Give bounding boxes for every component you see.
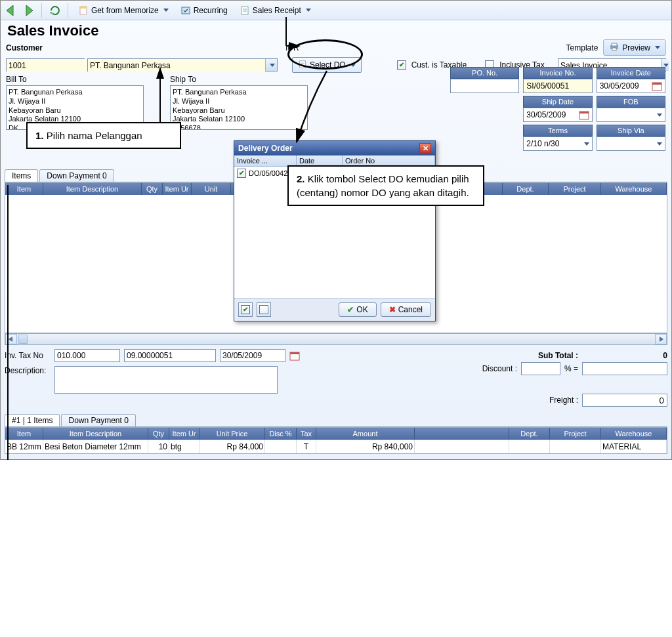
col-dept[interactable]: Dept.: [503, 183, 549, 195]
col-dept[interactable]: Dept.: [509, 428, 550, 440]
dropdown-knob[interactable]: [265, 59, 277, 71]
col-unit[interactable]: Item Ur: [163, 183, 192, 195]
dlg-col-order[interactable]: Order No: [343, 155, 435, 166]
col-desc[interactable]: Item Description: [43, 428, 148, 440]
discount-pct-input[interactable]: [521, 362, 560, 375]
po-no-input[interactable]: [450, 79, 519, 93]
dlg-col-date[interactable]: Date: [297, 155, 343, 166]
invoice-date-input[interactable]: 30/05/2009: [597, 79, 665, 93]
col-5[interactable]: Unit: [192, 183, 231, 195]
fob-input[interactable]: [597, 108, 665, 122]
col-warehouse[interactable]: Warehouse: [601, 428, 667, 440]
cell-blank: [415, 440, 509, 453]
deselect-all-button[interactable]: [257, 302, 271, 317]
col-item[interactable]: Item: [5, 183, 43, 195]
chevron-down-icon: [663, 64, 669, 67]
nav-forward-button[interactable]: [22, 3, 36, 18]
select-do-label: Select DO: [310, 60, 346, 70]
col-tax[interactable]: Tax: [297, 428, 316, 440]
cell-unit: btg: [169, 440, 200, 453]
preview-button[interactable]: Preview: [603, 39, 666, 56]
sales-receipt-button[interactable]: Sales Receipt: [236, 3, 315, 18]
col-disc[interactable]: Disc %: [265, 428, 297, 440]
col-qty[interactable]: Qty: [142, 183, 163, 195]
col-item[interactable]: Item: [5, 428, 43, 440]
sales-receipt-icon: [240, 5, 250, 16]
col-project[interactable]: Project: [549, 183, 601, 195]
ship-to-label: Ship To: [170, 75, 308, 84]
invoice-meta-grid: PO. No. Invoice No. Invoice Date SI/05/0…: [450, 67, 665, 154]
chevron-down-icon: [306, 9, 311, 12]
chevron-down-icon: [350, 64, 356, 67]
template-label: Template: [566, 43, 598, 52]
result-grid-row[interactable]: BB 12mm Besi Beton Diameter 12mm 10 btg …: [5, 440, 667, 454]
po-no-header: PO. No.: [450, 67, 519, 79]
tax-no-1-input[interactable]: [54, 349, 120, 362]
recurring-button[interactable]: Recurring: [177, 3, 232, 18]
col-desc[interactable]: Item Description: [43, 183, 142, 195]
tab-items[interactable]: Items: [5, 169, 38, 182]
nav-back-button[interactable]: [3, 3, 18, 18]
col-project[interactable]: Project: [550, 428, 601, 440]
tax-no-2-input[interactable]: [124, 349, 216, 362]
ship-via-input[interactable]: [597, 136, 665, 151]
description-input[interactable]: [54, 366, 278, 394]
select-all-button[interactable]: ✔: [238, 302, 253, 317]
fob-header: FOB: [597, 96, 665, 108]
tab-result-dp[interactable]: Down Payment 0: [61, 414, 135, 426]
ship-to-box[interactable]: PT. Bangunan Perkasa Jl. Wijaya II Kebay…: [170, 85, 308, 130]
dlg-col-invoice[interactable]: Invoice ...: [234, 155, 297, 166]
horizontal-scrollbar[interactable]: [5, 333, 667, 345]
description-label: Description:: [5, 366, 51, 394]
col-amount[interactable]: Amount: [316, 428, 415, 440]
tax-date-input[interactable]: [220, 349, 285, 362]
cell-qty: 10: [148, 440, 169, 453]
refresh-button[interactable]: [48, 3, 62, 18]
col-price[interactable]: Unit Price: [200, 428, 265, 440]
cell-dept: [509, 440, 550, 453]
ship-via-header: Ship Via: [597, 125, 665, 136]
scroll-right-button[interactable]: [655, 334, 667, 344]
col-unit[interactable]: Item Ur: [169, 428, 200, 440]
svg-rect-19: [652, 83, 662, 85]
tab-result-items[interactable]: #1 | 1 Items: [5, 414, 60, 426]
select-do-button[interactable]: Select DO: [292, 57, 362, 73]
svg-rect-6: [242, 7, 248, 14]
cust-taxable-checkbox[interactable]: ✔: [397, 60, 406, 70]
discount-amount-input[interactable]: [582, 362, 667, 375]
ok-button[interactable]: ✔ OK: [339, 302, 376, 317]
customer-name-input[interactable]: [88, 59, 265, 72]
ship-date-input[interactable]: 30/05/2009: [523, 108, 592, 122]
invoice-no-input[interactable]: SI/05/00051: [523, 79, 592, 93]
cancel-label: Cancel: [398, 305, 423, 314]
calendar-icon[interactable]: [652, 81, 662, 91]
calendar-icon[interactable]: [579, 110, 589, 120]
recurring-icon: [180, 5, 191, 16]
freight-label: Freight :: [549, 396, 578, 405]
ok-label: OK: [356, 305, 368, 314]
scroll-left-button[interactable]: [5, 334, 17, 344]
col-qty[interactable]: Qty: [148, 428, 169, 440]
scroll-thumb[interactable]: [18, 335, 28, 344]
customer-code-dropdown[interactable]: [6, 58, 85, 72]
doc-icon: [78, 5, 89, 16]
terms-input[interactable]: 2/10 n/30: [523, 136, 592, 151]
ship-to-text: PT. Bangunan Perkasa Jl. Wijaya II Kebay…: [173, 88, 247, 130]
result-grid-header: Item Item Description Qty Item Ur Unit P…: [5, 428, 667, 440]
calendar-icon[interactable]: [289, 350, 300, 361]
svg-marker-15: [660, 337, 663, 342]
tab-down-payment[interactable]: Down Payment 0: [39, 169, 114, 182]
get-from-memorize-button[interactable]: Get from Memorize: [74, 3, 173, 18]
close-button[interactable]: ✕: [419, 143, 431, 154]
callout-1-text: Pilih nama Pelanggan: [47, 130, 142, 141]
invoice-no-header: Invoice No.: [523, 67, 592, 79]
col-warehouse[interactable]: Warehouse: [601, 183, 667, 195]
cancel-button[interactable]: ✖ Cancel: [381, 302, 431, 317]
do-row-checkbox[interactable]: ✔: [237, 169, 246, 178]
freight-input[interactable]: [582, 394, 667, 407]
doc-icon: [298, 60, 307, 71]
customer-name-dropdown[interactable]: [87, 58, 278, 72]
callout-1: 1. Pilih nama Pelanggan: [26, 122, 181, 149]
chevron-down-icon: [657, 113, 662, 117]
dialog-titlebar[interactable]: Delivery Order ✕: [234, 141, 435, 155]
